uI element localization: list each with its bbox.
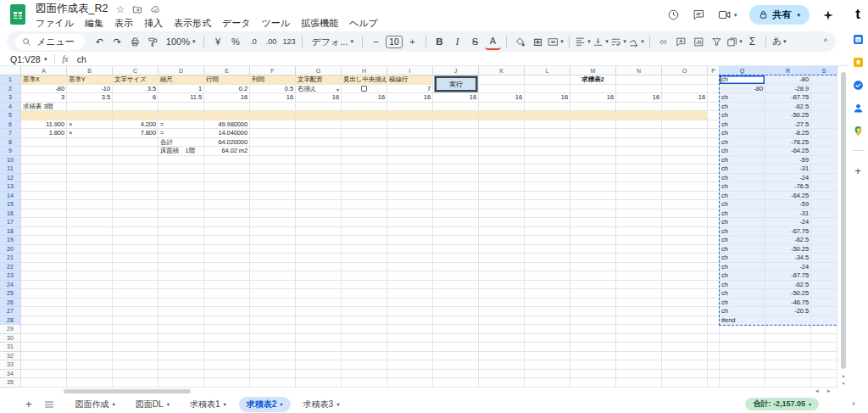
cell-Q35[interactable] [720,378,765,388]
cell-H32[interactable] [342,352,387,361]
menu-編集[interactable]: 編集 [80,17,108,30]
cell-M28[interactable] [570,316,616,326]
cell-L34[interactable] [525,370,570,379]
cell-H1[interactable]: 見出し中央揃え [342,75,387,85]
cell-O19[interactable] [662,236,708,245]
cell-B1[interactable]: 基準Y [67,75,113,85]
cell-A12[interactable] [21,174,67,183]
cell-F5[interactable] [250,111,296,120]
menu-拡張機能[interactable]: 拡張機能 [296,17,343,30]
cell-F2[interactable]: 0.5 [250,85,296,94]
cell-P2[interactable] [708,85,720,94]
cell-M26[interactable] [570,299,616,308]
cell-A27[interactable] [21,307,67,316]
cell-C19[interactable] [113,236,159,245]
cell-S13[interactable] [811,182,837,192]
cell-N5[interactable] [616,111,662,120]
cell-N16[interactable] [616,209,662,219]
cell-S2[interactable] [811,85,837,94]
cell-J27[interactable] [433,307,479,316]
cell-D24[interactable] [159,281,204,290]
col-header-N[interactable]: N [616,66,662,75]
cell-A33[interactable] [21,360,67,370]
cell-C23[interactable] [113,271,159,281]
cell-P12[interactable] [708,174,720,183]
cell-K23[interactable] [479,271,525,281]
cell-E25[interactable] [204,289,250,299]
checkbox-unchecked[interactable] [361,86,367,92]
cell-B26[interactable] [67,299,113,308]
cell-M34[interactable] [570,370,616,379]
cell-R19[interactable]: -62.5 [765,236,811,245]
cell-P13[interactable] [708,182,720,192]
share-button[interactable]: 共有 ▾ [749,5,810,25]
insert-link-button[interactable] [655,33,671,50]
cell-F21[interactable] [250,254,296,263]
cell-P32[interactable] [708,352,720,361]
cell-C6[interactable]: 4.200 [113,120,159,130]
cell-Q30[interactable] [720,334,765,343]
cell-R21[interactable]: -34.5 [765,254,811,263]
cell-I20[interactable] [387,245,433,254]
cell-N23[interactable] [616,271,662,281]
cell-O18[interactable] [662,227,708,237]
cell-L30[interactable] [525,334,570,343]
cell-P10[interactable] [708,156,720,165]
cell-N35[interactable] [616,378,662,388]
cell-B27[interactable] [67,307,113,316]
tab-caret-icon[interactable]: ▾ [337,401,339,408]
cell-D35[interactable] [159,378,204,388]
cell-L35[interactable] [525,378,570,388]
cell-L29[interactable] [525,325,570,334]
cell-H21[interactable] [342,254,387,263]
cell-L4[interactable] [525,103,570,112]
cell-F4[interactable] [250,103,296,112]
cell-L15[interactable] [525,200,570,209]
cell-E27[interactable] [204,307,250,316]
cell-S29[interactable] [811,325,837,334]
cell-J5[interactable] [433,111,479,120]
row-header-21[interactable]: 21 [0,254,21,263]
tab-caret-icon[interactable]: ▾ [113,401,115,408]
cell-D26[interactable] [159,299,204,308]
cell-Q17[interactable]: ch [720,218,765,227]
cell-N24[interactable] [616,281,662,290]
cell-F17[interactable] [250,218,296,227]
cell-P20[interactable] [708,245,720,254]
cell-C33[interactable] [113,360,159,370]
row-header-15[interactable]: 15 [0,200,21,209]
cell-P8[interactable] [708,138,720,148]
cell-N29[interactable] [616,325,662,334]
row-header-28[interactable]: 28 [0,316,21,326]
cell-N18[interactable] [616,227,662,237]
cell-B31[interactable] [67,343,113,352]
cell-N12[interactable] [616,174,662,183]
cell-D32[interactable] [159,352,204,361]
cell-H12[interactable] [342,174,387,183]
cell-S24[interactable] [811,281,837,290]
sheet-tab-図面DL[interactable]: 図面DL▾ [128,397,177,412]
filter-button[interactable] [709,33,725,50]
cell-H13[interactable] [342,182,387,192]
cell-K12[interactable] [479,174,525,183]
cell-F26[interactable] [250,299,296,308]
cell-K31[interactable] [479,343,525,352]
cell-B34[interactable] [67,370,113,379]
menu-表示[interactable]: 表示 [109,17,138,30]
cell-Q7[interactable]: ch [720,129,765,138]
menu-挿入[interactable]: 挿入 [139,17,168,30]
cell-Q8[interactable]: ch [720,138,765,148]
cell-B18[interactable] [67,227,113,237]
cell-I9[interactable] [387,147,433,156]
col-header-C[interactable]: C [113,66,159,75]
cell-H7[interactable] [342,129,387,138]
cell-P35[interactable] [708,378,720,388]
add-sheet-button[interactable]: + [25,398,32,410]
cell-O3[interactable]: 16 [662,93,708,103]
sheet-tab-求積表2[interactable]: 求積表2▾ [239,397,291,412]
cell-H24[interactable] [342,281,387,290]
cell-E24[interactable] [204,281,250,290]
row-header-18[interactable]: 18 [0,227,21,237]
cell-O13[interactable] [662,182,708,192]
cell-K4[interactable] [479,103,525,112]
